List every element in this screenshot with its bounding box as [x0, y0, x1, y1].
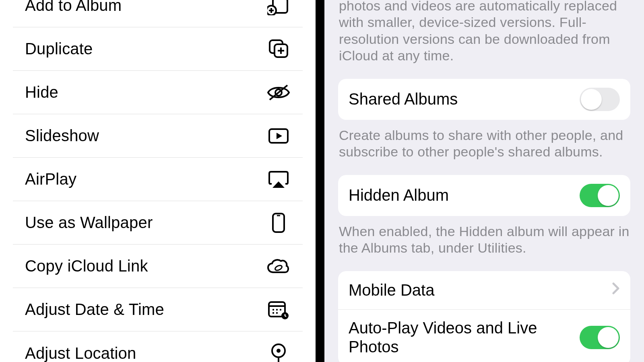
- hidden-album-group: Hidden Album When enabled, the Hidden al…: [338, 175, 630, 257]
- setting-label: Auto-Play Videos and Live Photos: [349, 319, 566, 356]
- svg-point-21: [272, 312, 274, 313]
- action-hide[interactable]: Hide: [13, 71, 303, 114]
- setting-label: Mobile Data: [349, 281, 434, 300]
- phone-icon: [266, 212, 291, 234]
- action-slideshow[interactable]: Slideshow: [13, 114, 303, 158]
- action-adjust-date[interactable]: Adjust Date & Time: [13, 288, 303, 331]
- action-duplicate[interactable]: Duplicate: [13, 27, 303, 71]
- action-label: Duplicate: [25, 40, 93, 58]
- optimize-storage-footer: photos and videos are automatically repl…: [338, 0, 630, 64]
- duplicate-icon: [266, 39, 291, 60]
- action-wallpaper[interactable]: Use as Wallpaper: [13, 201, 303, 245]
- action-label: AirPlay: [25, 170, 76, 188]
- action-label: Adjust Location: [25, 344, 136, 362]
- photos-action-sheet: Add to Album Duplicate: [0, 0, 316, 362]
- action-add-to-album[interactable]: Add to Album: [13, 0, 303, 27]
- action-label: Slideshow: [25, 127, 99, 145]
- svg-point-19: [276, 309, 278, 310]
- action-airplay[interactable]: AirPlay: [13, 158, 303, 201]
- svg-point-25: [277, 349, 281, 353]
- action-icloud-link[interactable]: Copy iCloud Link: [13, 245, 303, 288]
- add-to-album-icon: [266, 0, 291, 15]
- svg-marker-12: [272, 181, 285, 188]
- hidden-album-footer: When enabled, the Hidden album will appe…: [338, 223, 630, 257]
- airplay-icon: [266, 170, 291, 189]
- action-label: Use as Wallpaper: [25, 214, 153, 232]
- svg-marker-11: [277, 133, 282, 139]
- play-rect-icon: [266, 128, 291, 144]
- svg-point-22: [276, 312, 278, 313]
- svg-point-15: [275, 264, 283, 271]
- autoplay-toggle[interactable]: [580, 326, 620, 349]
- mobile-data-row[interactable]: Mobile Data: [338, 271, 630, 310]
- hidden-album-toggle[interactable]: [580, 184, 620, 207]
- shared-albums-toggle[interactable]: [580, 88, 620, 111]
- autoplay-row[interactable]: Auto-Play Videos and Live Photos: [338, 310, 630, 362]
- cloud-link-icon: [266, 258, 291, 275]
- action-label: Hide: [25, 83, 58, 101]
- action-label: Copy iCloud Link: [25, 257, 148, 275]
- setting-label: Hidden Album: [349, 186, 449, 205]
- pin-circle-icon: [266, 343, 291, 362]
- photos-settings: photos and videos are automatically repl…: [324, 0, 644, 362]
- calendar-clock-icon: [266, 300, 291, 320]
- svg-rect-13: [273, 214, 284, 232]
- action-adjust-location[interactable]: Adjust Location: [13, 331, 303, 362]
- chevron-right-icon: [612, 282, 620, 298]
- svg-point-18: [272, 309, 274, 310]
- shared-albums-row[interactable]: Shared Albums: [338, 79, 630, 120]
- svg-point-20: [280, 309, 281, 310]
- shared-albums-footer: Create albums to share with other people…: [338, 127, 630, 160]
- action-label: Adjust Date & Time: [25, 300, 164, 319]
- eye-slash-icon: [266, 84, 291, 101]
- panel-divider: [316, 0, 324, 362]
- action-label: Add to Album: [25, 0, 122, 14]
- hidden-album-row[interactable]: Hidden Album: [338, 175, 630, 216]
- setting-label: Shared Albums: [349, 90, 458, 109]
- shared-albums-group: Shared Albums Create albums to share wit…: [338, 79, 630, 160]
- media-settings-group: Mobile Data Auto-Play Videos and Live Ph…: [338, 271, 630, 362]
